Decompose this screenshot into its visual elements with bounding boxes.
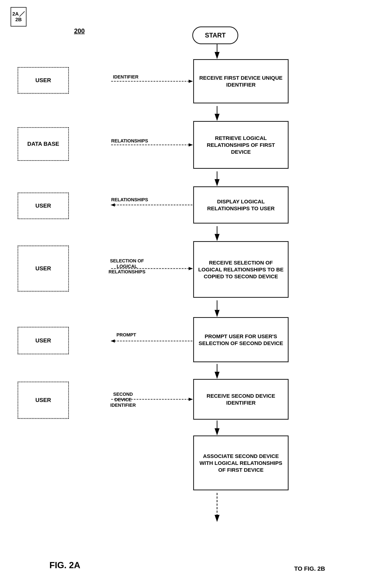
figure-number: 200 [74, 27, 85, 35]
label-prompt: PROMPT [117, 332, 136, 338]
actor-user4: USER [18, 245, 69, 291]
label-relationships2: RELATIONSHIPS [111, 197, 148, 202]
actor-user5: USER [18, 327, 69, 354]
svg-line-0 [19, 11, 25, 17]
label-identifier: IDENTIFIER [113, 74, 138, 80]
actor-database: DATA BASE [18, 127, 69, 161]
page: 2A 2B 200 [0, 0, 378, 588]
label-relationships1: RELATIONSHIPS [111, 138, 148, 144]
step-220-box: RETRIEVE LOGICAL RELATIONSHIPS OF FIRST … [193, 121, 288, 169]
step-240-box: RECEIVE SELECTION OF LOGICAL RELATIONSHI… [193, 241, 288, 298]
corner-2a: 2A [12, 11, 19, 17]
step-230-box: DISPLAY LOGICAL RELATIONSHIPS TO USER [193, 186, 288, 224]
step-260-box: RECEIVE SECOND DEVICE IDENTIFIER [193, 379, 288, 420]
label-selection: SELECTION OF LOGICAL RELATIONSHIPS [108, 253, 145, 274]
label-second-device: SECOND DEVICE IDENTIFIER [110, 386, 136, 408]
step-210-box: RECEIVE FIRST DEVICE UNIQUE IDENTIFIER [193, 59, 288, 103]
step-250-box: PROMPT USER FOR USER'S SELECTION OF SECO… [193, 317, 288, 362]
actor-user1: USER [18, 67, 69, 94]
corner-2b: 2B [15, 17, 22, 22]
actor-user6: USER [18, 382, 69, 419]
step-270-box: ASSOCIATE SECOND DEVICE WITH LOGICAL REL… [193, 435, 288, 490]
corner-label: 2A 2B [11, 7, 27, 27]
to-fig-label: TO FIG. 2B [294, 565, 325, 572]
fig-label: FIG. 2A [49, 560, 80, 570]
start-oval: START [192, 27, 238, 44]
actor-user3: USER [18, 193, 69, 219]
